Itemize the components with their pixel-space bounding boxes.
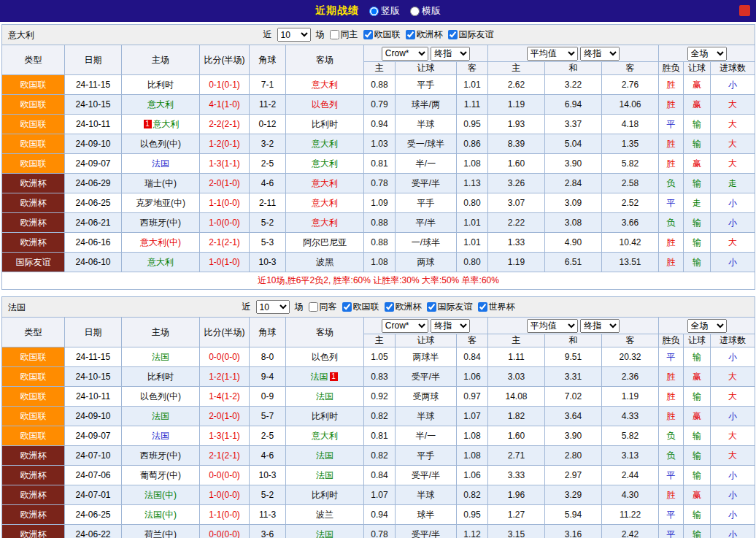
cell-away-team[interactable]: 意大利 (286, 174, 364, 193)
cell-home-team[interactable]: 1意大利 (122, 115, 200, 134)
layout-option-horizontal[interactable]: 横版 (410, 4, 441, 18)
cell-home-team[interactable]: 法国 (122, 407, 200, 426)
cell-away-team[interactable]: 法国 (286, 387, 364, 407)
cell-away-team[interactable]: 法国1 (286, 367, 364, 387)
cell-result-handicap: 输 (684, 134, 711, 154)
cell-away-team[interactable]: 意大利 (286, 213, 364, 233)
final-odds-select-2[interactable]: 终指 (580, 319, 620, 333)
match-count-select[interactable]: 10 (277, 28, 311, 42)
friendly-checkbox[interactable] (427, 302, 436, 312)
cell-away-team[interactable]: 意大利 (286, 193, 364, 213)
cell-league-type: 国际友谊 (2, 253, 65, 272)
cell-date-text: 24-09-10 (75, 139, 110, 149)
cell-away-team[interactable]: 比利时 (286, 485, 364, 505)
cell-home-team[interactable]: 法国(中) (122, 485, 200, 505)
league-filter-euro[interactable]: 欧洲杯 (385, 301, 422, 313)
league-filter-nations-league[interactable]: 欧国联 (342, 301, 379, 313)
cell-avg-draw-odds: 3.37 (545, 115, 602, 134)
worldcup-checkbox[interactable] (478, 302, 487, 312)
cell-away-team[interactable]: 意大利 (286, 426, 364, 446)
fullmatch-select[interactable]: 全场 (687, 319, 727, 333)
cell-result-goals-text: 大 (728, 237, 737, 247)
same-venue-filter[interactable]: 同客 (309, 301, 337, 313)
nations-league-checkbox[interactable] (363, 30, 373, 39)
cell-home-team[interactable]: 意大利(中) (122, 233, 200, 253)
cell-initial-home-odds: 0.88 (364, 233, 396, 253)
cell-home-team-text: 意大利 (147, 257, 174, 267)
cell-result-outcome: 平 (659, 525, 684, 538)
cell-home-team[interactable]: 西班牙(中) (122, 446, 200, 466)
horizontal-radio[interactable] (410, 7, 420, 16)
cell-home-team[interactable]: 以色列(中) (122, 134, 200, 154)
cell-away-team[interactable]: 意大利 (286, 75, 364, 95)
cell-away-team[interactable]: 波兰 (286, 505, 364, 525)
cell-away-team[interactable]: 意大利 (286, 154, 364, 174)
cell-initial-away-odds-text: 0.86 (463, 139, 480, 149)
cell-home-team[interactable]: 以色列(中) (122, 387, 200, 407)
league-filter-euro[interactable]: 欧洲杯 (406, 28, 443, 41)
final-odds-select-2[interactable]: 终指 (580, 47, 620, 61)
cell-corners-text: 11-2 (259, 99, 276, 109)
cell-away-team[interactable]: 以色列 (286, 95, 364, 115)
cell-avg-draw-odds: 5.04 (545, 134, 602, 154)
bookmaker-select[interactable]: Crow* (382, 319, 428, 333)
cell-result-handicap-text: 输 (693, 391, 701, 401)
cell-away-team[interactable]: 意大利 (286, 134, 364, 154)
cell-home-team[interactable]: 法国 (122, 426, 200, 446)
same-venue-checkbox[interactable] (309, 302, 318, 312)
cell-result-handicap-text: 赢 (693, 411, 701, 421)
cell-avg-away-odds-text: 20.32 (619, 352, 641, 362)
filter-bar: 意大利 近 10 场 同主 欧国联 (2, 25, 755, 45)
cell-result-goals: 大 (711, 154, 755, 174)
league-filter-friendly[interactable]: 国际友谊 (448, 28, 494, 41)
cell-away-team[interactable]: 以色列 (286, 347, 364, 367)
match-count-select[interactable]: 10 (256, 300, 290, 314)
cell-away-team[interactable]: 比利时 (286, 115, 364, 134)
cell-away-team[interactable]: 法国 (286, 525, 364, 538)
euro-checkbox[interactable] (385, 302, 394, 312)
cell-home-team[interactable]: 法国 (122, 347, 200, 367)
layout-option-vertical[interactable]: 竖版 (369, 4, 400, 18)
cell-avg-draw-odds-text: 3.64 (565, 411, 582, 421)
cell-home-team[interactable]: 西班牙(中) (122, 213, 200, 233)
corner-red-icon[interactable] (739, 5, 750, 16)
cell-away-team[interactable]: 法国 (286, 446, 364, 466)
cell-home-team[interactable]: 瑞士(中) (122, 174, 200, 193)
cell-away-team[interactable]: 比利时 (286, 407, 364, 426)
cell-home-team[interactable]: 意大利 (122, 95, 200, 115)
cell-result-outcome-text: 平 (667, 510, 676, 520)
league-filter-friendly[interactable]: 国际友谊 (427, 301, 473, 313)
same-venue-filter[interactable]: 同主 (330, 28, 358, 41)
page-title: 近期战绩 (315, 4, 359, 18)
cell-away-team[interactable]: 阿尔巴尼亚 (286, 233, 364, 253)
cell-away-team[interactable]: 波黑 (286, 253, 364, 272)
cell-home-team[interactable]: 法国(中) (122, 505, 200, 525)
friendly-checkbox[interactable] (448, 30, 458, 39)
league-filter-nations-league[interactable]: 欧国联 (363, 28, 401, 41)
same-venue-checkbox[interactable] (330, 30, 339, 39)
average-select[interactable]: 平均值 (527, 47, 578, 61)
cell-home-team-text: 法国 (152, 431, 169, 441)
cell-home-team[interactable]: 葡萄牙(中) (122, 466, 200, 485)
cell-home-team[interactable]: 法国 (122, 154, 200, 174)
cell-score-text: 2-1(2-1) (209, 450, 240, 461)
final-odds-select[interactable]: 终指 (431, 47, 470, 61)
cell-avg-away-odds: 3.13 (602, 446, 659, 466)
average-select[interactable]: 平均值 (527, 319, 578, 333)
euro-checkbox[interactable] (406, 30, 415, 39)
league-filter-worldcup[interactable]: 世界杯 (478, 301, 515, 313)
cell-home-team[interactable]: 比利时 (122, 75, 200, 95)
nations-league-checkbox[interactable] (342, 302, 352, 312)
final-odds-select[interactable]: 终指 (431, 319, 470, 333)
bookmaker-select[interactable]: Crow* (382, 47, 428, 61)
cell-result-goals-text: 小 (728, 411, 737, 421)
cell-home-team[interactable]: 意大利 (122, 253, 200, 272)
vertical-radio[interactable] (369, 7, 379, 16)
sub-header-home-odds: 主 (364, 334, 396, 347)
cell-home-team[interactable]: 克罗地亚(中) (122, 193, 200, 213)
cell-result-goals-text: 小 (728, 470, 737, 480)
cell-home-team[interactable]: 荷兰(中) (122, 525, 200, 538)
cell-home-team[interactable]: 比利时 (122, 367, 200, 387)
fullmatch-select[interactable]: 全场 (687, 47, 727, 61)
cell-away-team[interactable]: 法国 (286, 466, 364, 485)
